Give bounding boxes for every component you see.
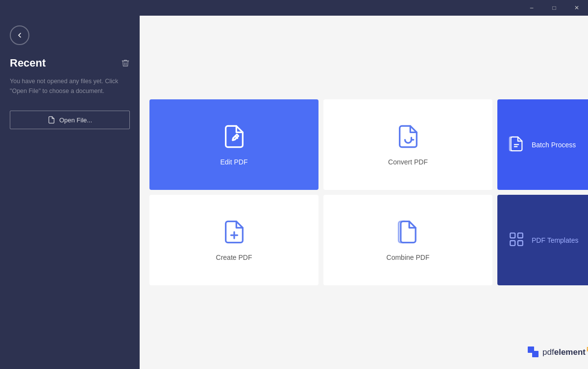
delete-icon [121,59,130,68]
brand-pdf: pdf [542,347,554,357]
sidebar-header: Recent [10,57,130,69]
batch-process-label: Batch Process [532,141,576,149]
create-pdf-icon [221,219,247,247]
svg-rect-8 [518,240,523,245]
titlebar: – □ ✕ [0,0,588,16]
delete-button[interactable] [121,59,130,68]
svg-rect-10 [532,351,539,357]
pdf-templates-icon [508,231,525,250]
edit-pdf-icon [221,124,247,151]
edit-pdf-card[interactable]: Edit PDF [149,99,318,190]
create-pdf-card[interactable]: Create PDF [149,195,318,285]
minimize-button[interactable]: – [520,0,543,16]
create-pdf-label: Create PDF [216,254,252,261]
sidebar: Recent You have not opened any files yet… [0,16,140,369]
combine-pdf-icon [395,219,421,247]
brand-logo-icon [528,346,539,357]
combine-pdf-label: Combine PDF [387,254,430,261]
maximize-button[interactable]: □ [543,0,565,16]
batch-process-icon [508,136,525,154]
svg-rect-7 [510,240,515,245]
file-icon [48,116,55,124]
open-file-label: Open File... [59,116,92,124]
sidebar-empty-text: You have not opened any files yet. Click… [10,76,130,96]
close-button[interactable]: ✕ [565,0,588,16]
content-area: Edit PDF Convert PDF Create PDF Combine … [140,16,588,369]
convert-pdf-icon [395,124,421,151]
brand-element: element [554,347,586,357]
svg-rect-6 [518,233,523,238]
pdf-templates-label: PDF Templates [532,236,578,244]
back-icon [16,31,24,39]
main-layout: Recent You have not opened any files yet… [0,16,588,369]
convert-pdf-card[interactable]: Convert PDF [323,99,492,190]
brand-watermark: pdfelementPRO [528,346,588,357]
batch-process-card[interactable]: Batch Process [497,99,588,190]
edit-pdf-label: Edit PDF [220,158,247,166]
cards-grid: Edit PDF Convert PDF Create PDF Combine … [149,99,588,285]
svg-line-0 [236,137,237,138]
svg-rect-5 [510,233,515,238]
sidebar-title: Recent [10,57,46,69]
right-column: Batch Process PDF Templates [497,99,588,285]
brand-name: pdfelementPRO [542,346,588,357]
pdf-templates-card[interactable]: PDF Templates [497,195,588,285]
window-controls: – □ ✕ [520,0,588,16]
convert-pdf-label: Convert PDF [388,158,428,166]
open-file-button[interactable]: Open File... [10,111,130,129]
back-button[interactable] [10,25,29,45]
combine-pdf-card[interactable]: Combine PDF [323,195,492,285]
